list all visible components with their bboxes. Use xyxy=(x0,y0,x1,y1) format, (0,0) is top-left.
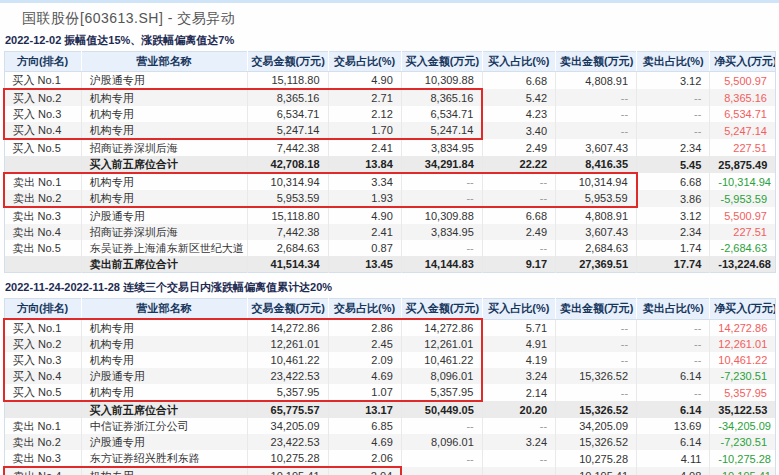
column-header: 买入占比(%) xyxy=(482,299,555,320)
column-header: 卖出占比(%) xyxy=(637,299,710,320)
value-cell: 41,514.34 xyxy=(247,256,328,273)
subtotal-row: 买入前五席位合计65,775.5713.1750,449.0520.2015,3… xyxy=(4,401,776,418)
value-cell: 5,357.95 xyxy=(401,384,482,401)
column-header: 买入占比(%) xyxy=(482,52,555,72)
net-cell: -10,195.41 xyxy=(710,467,776,475)
section-block: 2022-11-24-2022-11-28 连续三个交易日内涨跌幅偏离值累计达2… xyxy=(3,280,776,475)
value-cell: -- xyxy=(556,319,637,336)
value-cell: 10,275.28 xyxy=(247,450,328,467)
value-cell: 34,205.09 xyxy=(247,418,328,434)
column-header: 交易金额(万元) xyxy=(247,52,328,72)
value-cell: 2.06 xyxy=(328,450,401,467)
value-cell: 10,309.88 xyxy=(401,207,482,224)
value-cell: -- xyxy=(556,122,637,139)
column-header: 方向(排名) xyxy=(4,52,81,72)
value-cell: 23,422.53 xyxy=(247,434,328,450)
value-cell: 9.17 xyxy=(482,256,555,273)
direction-cell: 买入 No.1 xyxy=(4,72,81,90)
table-row: 卖出 No.3沪股通专用15,118.804.9010,309.886.684,… xyxy=(4,207,776,224)
value-cell: 10,461.22 xyxy=(247,352,328,368)
value-cell: 2.45 xyxy=(328,336,401,352)
net-cell: -7,230.51 xyxy=(710,368,776,384)
net-cell: 10,461.22 xyxy=(710,352,776,368)
column-header: 买入金额(万元) xyxy=(401,52,482,72)
value-cell: 27,369.51 xyxy=(556,256,637,273)
branch-cell: 机构专用 xyxy=(81,384,247,401)
direction-cell: 买入 No.2 xyxy=(4,336,81,352)
value-cell: 17.74 xyxy=(637,256,710,273)
value-cell: 6,534.71 xyxy=(401,106,482,122)
table-row: 买入 No.3机构专用10,461.222.0910,461.224.19---… xyxy=(4,352,776,368)
value-cell: 12,261.01 xyxy=(401,336,482,352)
value-cell: 4.19 xyxy=(482,352,555,368)
branch-cell: 沪股通专用 xyxy=(81,368,247,384)
value-cell: 3,607.43 xyxy=(556,224,637,240)
value-cell: -- xyxy=(401,190,482,207)
column-header: 卖出金额(万元) xyxy=(556,52,637,72)
net-cell: -10,275.28 xyxy=(710,450,776,467)
net-cell: 227.51 xyxy=(710,224,776,240)
net-cell: -13,224.68 xyxy=(710,256,776,273)
table-row: 买入 No.5招商证券深圳后海7,442.382.413,834.952.493… xyxy=(4,139,776,156)
value-cell: 2.09 xyxy=(328,352,401,368)
value-cell: 65,775.57 xyxy=(247,401,328,418)
branch-cell: 机构专用 xyxy=(81,336,247,352)
value-cell: 3.24 xyxy=(482,434,555,450)
direction-cell: 买入 No.5 xyxy=(4,139,81,156)
table-row: 买入 No.2机构专用8,365.162.718,365.165.42----8… xyxy=(4,89,776,106)
value-cell: 4.90 xyxy=(328,207,401,224)
net-cell: 25,875.49 xyxy=(710,156,776,173)
value-cell: -- xyxy=(637,384,710,401)
value-cell: 10,314.94 xyxy=(247,173,328,190)
table-header-row: 方向(排名)营业部名称交易金额(万元)交易占比(%)买入金额(万元)买入占比(%… xyxy=(4,299,776,320)
value-cell: 8,365.16 xyxy=(247,89,328,106)
value-cell: 13.69 xyxy=(637,418,710,434)
value-cell: 14,144.83 xyxy=(401,256,482,273)
net-cell: 14,272.86 xyxy=(710,319,776,336)
branch-cell: 机构专用 xyxy=(81,89,247,106)
value-cell: 14,272.86 xyxy=(401,319,482,336)
section-subtitle: 2022-12-02 振幅值达15%、涨跌幅偏离值达7% xyxy=(5,33,776,48)
value-cell: 13.84 xyxy=(328,156,401,173)
value-cell: -- xyxy=(482,467,555,475)
value-cell: 6.68 xyxy=(637,173,710,190)
table-row: 买入 No.2机构专用12,261.012.4512,261.014.91---… xyxy=(4,336,776,352)
value-cell: 2.34 xyxy=(637,139,710,156)
column-header: 营业部名称 xyxy=(81,52,247,72)
value-cell: 3,607.43 xyxy=(556,139,637,156)
value-cell: 1.70 xyxy=(328,122,401,139)
value-cell: 6.68 xyxy=(482,207,555,224)
column-header: 交易金额(万元) xyxy=(247,299,328,320)
value-cell: 2.12 xyxy=(328,106,401,122)
net-cell: 5,357.95 xyxy=(710,384,776,401)
direction-cell: 买入 No.2 xyxy=(4,89,81,106)
value-cell: 10,195.41 xyxy=(556,467,637,475)
net-cell: -10,314.94 xyxy=(710,173,776,190)
subtotal-row: 卖出前五席位合计41,514.3413.4514,144.839.1727,36… xyxy=(4,256,776,273)
value-cell: 15,326.52 xyxy=(556,368,637,384)
value-cell: -- xyxy=(637,89,710,106)
value-cell: 5,953.59 xyxy=(247,190,328,207)
table-row: 买入 No.1机构专用14,272.862.8614,272.865.71---… xyxy=(4,319,776,336)
value-cell: 15,326.52 xyxy=(556,401,637,418)
section-block: 2022-12-02 振幅值达15%、涨跌幅偏离值达7% 方向(排名)营业部名称… xyxy=(3,33,776,273)
branch-cell: 机构专用 xyxy=(81,106,247,122)
value-cell: -- xyxy=(637,352,710,368)
value-cell: 2,684.63 xyxy=(556,240,637,256)
value-cell: 42,708.18 xyxy=(247,156,328,173)
net-cell: -34,205.09 xyxy=(710,418,776,434)
value-cell: 12,261.01 xyxy=(247,336,328,352)
table-row: 卖出 No.1中信证券浙江分公司34,205.096.85----34,205.… xyxy=(4,418,776,434)
value-cell: 3.12 xyxy=(637,207,710,224)
value-cell: 2.34 xyxy=(637,224,710,240)
value-cell: -- xyxy=(556,336,637,352)
value-cell: 34,205.09 xyxy=(556,418,637,434)
value-cell: 1.93 xyxy=(328,190,401,207)
value-cell: 3,834.95 xyxy=(401,139,482,156)
value-cell: 23,422.53 xyxy=(247,368,328,384)
branch-cell: 机构专用 xyxy=(81,122,247,139)
top-accent-bar xyxy=(0,0,779,3)
direction-cell xyxy=(4,401,81,418)
value-cell: -- xyxy=(482,240,555,256)
value-cell: 14,272.86 xyxy=(247,319,328,336)
